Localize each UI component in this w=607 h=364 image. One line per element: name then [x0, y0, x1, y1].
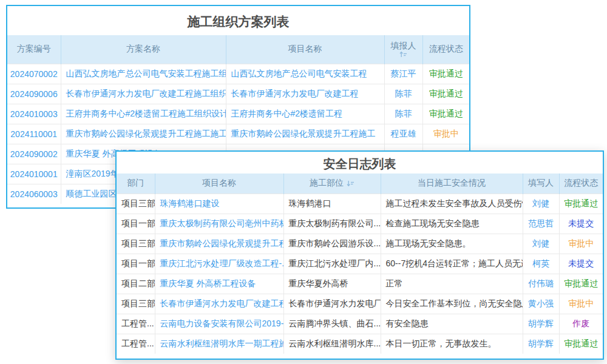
- project-name-cell[interactable]: 山西弘文房地产总公司电气安装工程: [226, 64, 384, 84]
- plan-no-cell[interactable]: 2024090002: [7, 144, 61, 164]
- project-name-cell[interactable]: 重庆江北污水处理厂级改造工程-...: [155, 254, 283, 274]
- log-table-row: 项目三部重庆市鹅岭公园绿化景观提升工程...重庆市鹅岭公园游乐设...施工现场无…: [117, 234, 603, 254]
- log-table-row: 工程管...云南电力设备安装有限公司2019--...云南腾冲界头镇、曲石...…: [117, 314, 603, 334]
- location-cell: 长春市伊通河水力发电厂: [283, 294, 381, 314]
- plan-no-cell[interactable]: 2024010001: [7, 164, 61, 184]
- col-header-label: 流程状态: [429, 44, 463, 53]
- location-cell: 重庆江北污水处理厂内...: [283, 254, 381, 274]
- col-header-writer: 填写人: [523, 174, 559, 194]
- department-cell: 项目一部: [117, 254, 155, 274]
- project-name-cell[interactable]: 云南电力设备安装有限公司2019--...: [155, 314, 283, 334]
- location-cell: 重庆市鹅岭公园游乐设...: [283, 234, 381, 254]
- department-cell: 项目三部: [117, 294, 155, 314]
- project-name-cell[interactable]: 重庆太极制药有限公司亳州中药材...: [155, 214, 283, 234]
- plan-table-row: 2024010003王府井商务中心#2楼遗留工程施工组织设计王府井商务中心#2楼…: [7, 104, 469, 124]
- col-header-label: 填写人: [528, 178, 554, 187]
- col-header-reporter[interactable]: 填报人: [384, 35, 422, 64]
- project-name-cell[interactable]: 长春市伊通河水力发电厂改建工程: [226, 84, 384, 104]
- reporter-cell[interactable]: 陈菲: [384, 104, 422, 124]
- department-cell: 工程管...: [117, 314, 155, 334]
- plan-no-cell[interactable]: 2024010003: [7, 104, 61, 124]
- writer-cell[interactable]: 范思哲: [523, 214, 559, 234]
- plan-no-cell[interactable]: 2024110001: [7, 124, 61, 144]
- plan-table-row: 2024070002山西弘文房地产总公司电气安装工程施工组织...山西弘文房地产…: [7, 64, 469, 84]
- log-table-header-row: 部门 项目名称 施工部位 当日施工安全情况 填写人 流程状态: [117, 174, 603, 194]
- safety-log-title: 安全日志列表: [117, 152, 603, 174]
- plan-name-cell[interactable]: 山西弘文房地产总公司电气安装工程施工组织...: [61, 64, 226, 84]
- project-name-cell[interactable]: 重庆市鹅岭公园绿化景观提升工程...: [155, 234, 283, 254]
- location-cell: 珠海鹤港口: [283, 194, 381, 214]
- department-cell: 项目三部: [117, 234, 155, 254]
- writer-cell[interactable]: 黄小强: [523, 294, 559, 314]
- location-cell: 重庆华夏外高桥: [283, 274, 381, 294]
- location-cell: 云南水利枢纽潜明水库...: [283, 334, 381, 354]
- status-cell: 未提交: [559, 214, 603, 234]
- status-cell: 审批通过: [422, 84, 469, 104]
- safety-situation-cell: 施工现场无安全隐患。: [381, 234, 523, 254]
- col-header-safety-situation: 当日施工安全情况: [381, 174, 523, 194]
- project-name-cell[interactable]: 王府井商务中心#2楼遗留工程: [226, 104, 384, 124]
- log-table-row: 工程管...云南水利枢纽潜明水库一期工程施...云南水利枢纽潜明水库...本日一…: [117, 334, 603, 354]
- plan-table-row: 2024090006长春市伊通河水力发电厂改建工程施工组织设计长春市伊通河水力发…: [7, 84, 469, 104]
- sort-descending-icon[interactable]: [347, 180, 354, 187]
- col-header-label: 流程状态: [564, 178, 598, 187]
- writer-cell[interactable]: 胡学辉: [523, 314, 559, 334]
- safety-situation-cell: 60--7挖机4台运转正常；施工人员无违...: [381, 254, 523, 274]
- log-table-row: 项目一部重庆太极制药有限公司亳州中药材...重庆太极制药有限公司...检查施工现…: [117, 214, 603, 234]
- plan-no-cell[interactable]: 2024090006: [7, 84, 61, 104]
- col-header-label: 项目名称: [202, 178, 236, 187]
- safety-situation-cell: 施工过程未发生安全事故及人员受伤情况: [381, 194, 523, 214]
- status-cell: 审批中: [422, 124, 469, 144]
- safety-situation-cell: 今日安全工作基本到位，尚无安全隐患...: [381, 294, 523, 314]
- writer-cell[interactable]: 柯英: [523, 254, 559, 274]
- writer-cell[interactable]: 刘健: [523, 234, 559, 254]
- log-table-row: 项目三部长春市伊通河水力发电厂改建工程长春市伊通河水力发电厂今日安全工作基本到位…: [117, 294, 603, 314]
- col-header-label: 部门: [127, 178, 144, 187]
- status-cell: 作废: [559, 314, 603, 334]
- status-cell: 审批通过: [559, 194, 603, 214]
- col-header-location[interactable]: 施工部位: [283, 174, 381, 194]
- safety-situation-cell: 本日一切正常，无事故发生。: [381, 334, 523, 354]
- project-name-cell[interactable]: 重庆市鹅岭公园绿化景观提升工程施工: [226, 124, 384, 144]
- plan-name-cell[interactable]: 王府井商务中心#2楼遗留工程施工组织设计: [61, 104, 226, 124]
- plan-name-cell[interactable]: 重庆市鹅岭公园绿化景观提升工程施工施工组...: [61, 124, 226, 144]
- log-table-row: 项目三部珠海鹤港口建设珠海鹤港口施工过程未发生安全事故及人员受伤情况刘健审批通过: [117, 194, 603, 214]
- project-name-cell[interactable]: 珠海鹤港口建设: [155, 194, 283, 214]
- writer-cell[interactable]: 刘健: [523, 194, 559, 214]
- col-header-status: 流程状态: [559, 174, 603, 194]
- col-header-label: 项目名称: [288, 44, 322, 53]
- department-cell: 项目二部: [117, 274, 155, 294]
- safety-situation-cell: 正常: [381, 274, 523, 294]
- status-cell: 审批中: [559, 234, 603, 254]
- location-cell: 重庆太极制药有限公司...: [283, 214, 381, 234]
- reporter-cell[interactable]: 蔡江平: [384, 64, 422, 84]
- status-cell: 审批通过: [559, 334, 603, 354]
- department-cell: 项目一部: [117, 214, 155, 234]
- project-name-cell[interactable]: 重庆华夏 外高桥工程设备: [155, 274, 283, 294]
- col-header-plan-no: 方案编号: [7, 35, 61, 64]
- writer-cell[interactable]: 胡学辉: [523, 334, 559, 354]
- sort-ascending-icon[interactable]: [399, 51, 407, 58]
- plan-name-cell[interactable]: 长春市伊通河水力发电厂改建工程施工组织设计: [61, 84, 226, 104]
- plan-no-cell[interactable]: 2024070002: [7, 64, 61, 84]
- status-cell: 审批通过: [422, 104, 469, 124]
- department-cell: 工程管...: [117, 334, 155, 354]
- reporter-cell[interactable]: 陈菲: [384, 84, 422, 104]
- col-header-plan-name: 方案名称: [61, 35, 226, 64]
- plan-no-cell[interactable]: 2024060003: [7, 184, 61, 204]
- col-header-status: 流程状态: [422, 35, 469, 64]
- status-cell: 审批通过: [422, 64, 469, 84]
- log-table-row: 项目二部重庆华夏 外高桥工程设备重庆华夏外高桥正常付伟璐审批通过: [117, 274, 603, 294]
- safety-log-table: 部门 项目名称 施工部位 当日施工安全情况 填写人 流程状态 项目三部珠海鹤港口…: [117, 174, 603, 354]
- plan-table-row: 2024110001重庆市鹅岭公园绿化景观提升工程施工施工组...重庆市鹅岭公园…: [7, 124, 469, 144]
- safety-situation-cell: 检查施工现场无安全隐患: [381, 214, 523, 234]
- project-name-cell[interactable]: 云南水利枢纽潜明水库一期工程施...: [155, 334, 283, 354]
- project-name-cell[interactable]: 长春市伊通河水力发电厂改建工程: [155, 294, 283, 314]
- safety-situation-cell: 有安全隐患: [381, 314, 523, 334]
- col-header-label: 方案编号: [17, 44, 51, 53]
- status-cell: 未提交: [559, 254, 603, 274]
- plan-table-header-row: 方案编号 方案名称 项目名称 填报人 流程状态: [7, 35, 469, 64]
- writer-cell[interactable]: 付伟璐: [523, 274, 559, 294]
- plan-list-title: 施工组织方案列表: [7, 6, 469, 35]
- reporter-cell[interactable]: 程亚雄: [384, 124, 422, 144]
